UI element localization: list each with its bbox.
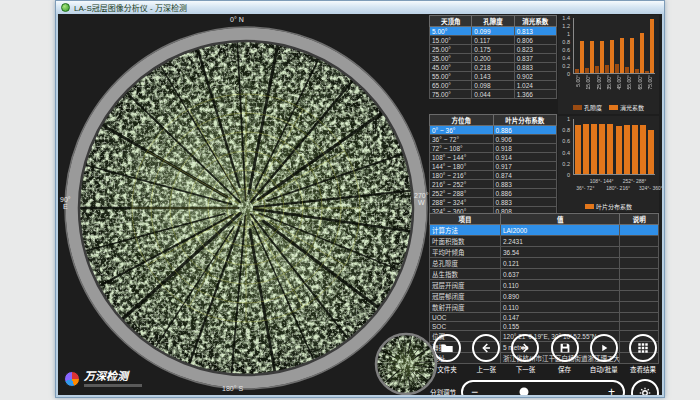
table-row[interactable]: 180° ~ 216°0.874 bbox=[430, 171, 557, 180]
table-cell: 0.883 bbox=[493, 198, 557, 207]
bar bbox=[590, 41, 594, 73]
split-slider[interactable]: − + bbox=[461, 380, 625, 395]
column-header: 孔隙度 bbox=[472, 16, 514, 27]
table-row[interactable]: 25.00°0.1750.823 bbox=[430, 45, 557, 54]
grid-icon bbox=[629, 334, 657, 362]
table-row[interactable]: 65.00°0.0981.024 bbox=[430, 81, 557, 90]
table-row[interactable]: 55.00°0.1430.902 bbox=[430, 72, 557, 81]
bar-group bbox=[574, 18, 584, 73]
table-cell: 144° ~ 180° bbox=[430, 162, 494, 171]
table-cell: 0.099 bbox=[472, 27, 514, 36]
table-cell: 冠层开阔度 bbox=[430, 280, 501, 291]
table-cell: 0.121 bbox=[500, 258, 620, 269]
table-cell: 55.00° bbox=[430, 72, 472, 81]
table-cell: 0.883 bbox=[514, 63, 556, 72]
toolbar-button-arrow-right[interactable]: 下一张 bbox=[508, 334, 542, 374]
x-axis-tick: 180°- 216° bbox=[606, 185, 630, 191]
y-axis-tick: 0.4 bbox=[558, 150, 570, 156]
table-row[interactable]: 丛生指数0.637 bbox=[430, 269, 659, 280]
table-cell: 0.906 bbox=[493, 135, 557, 144]
gear-icon bbox=[631, 379, 659, 395]
table-row[interactable]: 216° ~ 252°0.883 bbox=[430, 180, 557, 189]
table-cell: LAI2000 bbox=[500, 225, 620, 236]
table-row[interactable]: SOC0.155 bbox=[430, 322, 659, 331]
table-cell: 65.00° bbox=[430, 81, 472, 90]
table-row[interactable]: 计算方法LAI2000 bbox=[430, 225, 659, 236]
table-cell: 0.110 bbox=[500, 280, 620, 291]
table-row[interactable]: 72° ~ 108°0.918 bbox=[430, 144, 557, 153]
arrow-left-icon bbox=[472, 334, 500, 362]
table-row[interactable]: 冠层开阔度0.110 bbox=[430, 280, 659, 291]
toolbar-buttons-row: 文件夹上一张下一张保存自动/批量查看结果 bbox=[430, 334, 660, 374]
slider-plus-button[interactable]: + bbox=[608, 385, 615, 395]
table-row[interactable]: 144° ~ 180°0.917 bbox=[430, 162, 557, 171]
table-cell: 15.00° bbox=[430, 36, 472, 45]
table-row[interactable]: 108° ~ 144°0.914 bbox=[430, 153, 557, 162]
table-row[interactable]: 冠层郁闭度0.890 bbox=[430, 291, 659, 302]
table-row[interactable]: 288° ~ 324°0.883 bbox=[430, 198, 557, 207]
bar bbox=[575, 69, 579, 73]
table-cell: 0.806 bbox=[514, 36, 556, 45]
column-header: 值 bbox=[500, 214, 620, 225]
bar-group bbox=[623, 119, 631, 174]
x-axis-tick: 108°- 144° bbox=[590, 178, 614, 184]
table-row[interactable]: 平均叶倾角36.54 bbox=[430, 247, 659, 258]
azimuth-angle-table: 方位角叶片分布系数0° ~ 36°0.88636° ~ 72°0.90672° … bbox=[429, 114, 557, 216]
toolbar-button-save[interactable]: 保存 bbox=[548, 334, 582, 374]
table-row[interactable]: 散射开阔度0.110 bbox=[430, 302, 659, 313]
toolbar: 文件夹上一张下一张保存自动/批量查看结果 分割调节 − + 设置 bbox=[430, 334, 660, 395]
y-axis-tick: 1.4 bbox=[558, 15, 570, 21]
table-row[interactable]: 75.00°0.0441.366 bbox=[430, 90, 557, 99]
table-row[interactable]: 总孔隙度0.121 bbox=[430, 258, 659, 269]
desktop: LA-S冠层图像分析仪 - 万深检测 bbox=[0, 0, 700, 400]
toolbar-button-arrow-left[interactable]: 上一张 bbox=[469, 334, 503, 374]
leaf-distribution-chart: 00.20.40.60.8136°- 72°108°- 144°180°- 21… bbox=[558, 116, 659, 212]
table-row[interactable]: 36° ~ 72°0.906 bbox=[430, 135, 557, 144]
bar bbox=[648, 130, 654, 174]
table-cell bbox=[620, 258, 659, 269]
table-cell: UOC bbox=[430, 313, 501, 322]
main-content: 0° N 90°E 270°W 180° S 天顶角孔隙度消光系数5.00°0.… bbox=[58, 14, 662, 395]
bar-group bbox=[614, 119, 622, 174]
table-row[interactable]: 5.00°0.0990.813 bbox=[430, 27, 557, 36]
column-header: 说明 bbox=[620, 214, 659, 225]
table-row[interactable]: 0° ~ 36°0.886 bbox=[430, 126, 557, 135]
table-cell: 0.823 bbox=[514, 45, 556, 54]
table-row[interactable]: 叶面积指数2.2431 bbox=[430, 236, 659, 247]
slider-row: 分割调节 − + 设置 bbox=[430, 379, 660, 395]
slider-minus-button[interactable]: − bbox=[471, 385, 478, 395]
play-icon bbox=[590, 334, 618, 362]
compass-west-label: 270°W bbox=[414, 192, 428, 206]
table-row[interactable]: 15.00°0.1170.806 bbox=[430, 36, 557, 45]
table-row[interactable]: 35.00°0.2000.837 bbox=[430, 54, 557, 63]
table-cell: 0.147 bbox=[500, 313, 620, 322]
app-window: LA-S冠层图像分析仪 - 万深检测 bbox=[55, 0, 665, 398]
table-row[interactable]: 252° ~ 288°0.886 bbox=[430, 189, 557, 198]
bar bbox=[616, 126, 622, 174]
legend-swatch bbox=[573, 105, 582, 110]
table-row[interactable]: 45.00°0.2180.883 bbox=[430, 63, 557, 72]
table-cell: 0.890 bbox=[500, 291, 620, 302]
table-row[interactable]: UOC0.147 bbox=[430, 313, 659, 322]
settings-button[interactable]: 设置 bbox=[630, 379, 660, 395]
brand-logo: 万深检测 bbox=[64, 371, 142, 387]
bar-group bbox=[598, 119, 606, 174]
table-cell: 75.00° bbox=[430, 90, 472, 99]
table-cell: 0.637 bbox=[500, 269, 620, 280]
toolbar-button-play[interactable]: 自动/批量 bbox=[587, 334, 621, 374]
column-header: 叶片分布系数 bbox=[493, 115, 557, 126]
split-slider-knob[interactable] bbox=[519, 388, 528, 396]
x-axis-tick: 324°- 360° bbox=[639, 185, 662, 191]
toolbar-button-label: 文件夹 bbox=[437, 364, 457, 374]
table-cell bbox=[620, 247, 659, 258]
toolbar-button-grid[interactable]: 查看结果 bbox=[626, 334, 660, 374]
title-bar[interactable]: LA-S冠层图像分析仪 - 万深检测 bbox=[56, 1, 664, 14]
window-title: LA-S冠层图像分析仪 - 万深检测 bbox=[74, 2, 187, 13]
y-axis-tick: 0.8 bbox=[558, 127, 570, 133]
y-axis-tick: 1 bbox=[558, 116, 570, 122]
table-cell: 0.200 bbox=[472, 54, 514, 63]
table-cell: 0.098 bbox=[472, 81, 514, 90]
y-axis-tick: 0 bbox=[558, 172, 570, 178]
y-axis-tick: 0.4 bbox=[558, 55, 570, 61]
canopy-thumbnail[interactable] bbox=[374, 332, 438, 395]
